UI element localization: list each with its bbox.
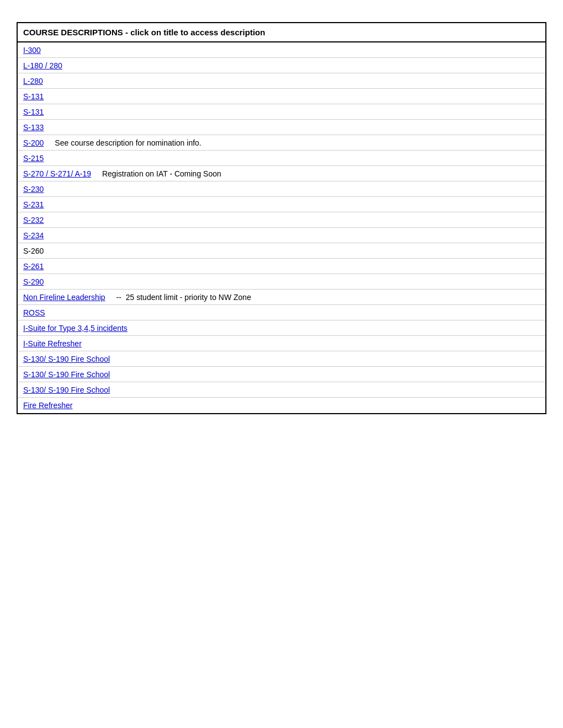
table-row: L-280 <box>18 73 545 89</box>
course-link-18[interactable]: ROSS <box>23 308 45 317</box>
course-link-24[interactable]: Fire Refresher <box>23 401 72 410</box>
course-link-17[interactable]: Non Fireline Leadership <box>23 293 105 302</box>
course-link-6[interactable]: S-133 <box>23 123 44 132</box>
table-row: I-300 <box>18 42 545 58</box>
course-link-2[interactable]: L-180 / 280 <box>23 61 62 70</box>
table-row: S-290 <box>18 274 545 290</box>
table-row: S-215 <box>18 151 545 166</box>
table-row: S-131 <box>18 89 545 104</box>
course-link-16[interactable]: S-290 <box>23 277 44 286</box>
course-link-20[interactable]: I-Suite Refresher <box>23 339 82 348</box>
table-row: S-130/ S-190 Fire School <box>18 367 545 382</box>
table-row: S-232 <box>18 212 545 228</box>
course-link-10[interactable]: S-230 <box>23 185 44 194</box>
table-row: S-230 <box>18 181 545 197</box>
course-link-12[interactable]: S-232 <box>23 216 44 224</box>
course-link-9[interactable]: S-270 / S-271/ A-19 <box>23 169 91 178</box>
table-row: S-131 <box>18 104 545 120</box>
course-rows-container: I-300L-180 / 280L-280S-131S-131S-133S-20… <box>18 42 545 413</box>
table-row: L-180 / 280 <box>18 58 545 73</box>
table-row: ROSS <box>18 305 545 320</box>
course-link-21[interactable]: S-130/ S-190 Fire School <box>23 355 110 363</box>
table-row: S-231 <box>18 197 545 212</box>
course-link-22[interactable]: S-130/ S-190 Fire School <box>23 370 110 379</box>
course-note-7: See course description for nomination in… <box>55 138 201 147</box>
course-link-5[interactable]: S-131 <box>23 108 44 116</box>
course-note-9: Registration on IAT - Coming Soon <box>102 169 221 178</box>
course-link-11[interactable]: S-231 <box>23 200 44 209</box>
table-row: I-Suite for Type 3,4,5 incidents <box>18 320 545 336</box>
table-row: I-Suite Refresher <box>18 336 545 351</box>
table-row: Fire Refresher <box>18 398 545 413</box>
table-row: S-200See course description for nominati… <box>18 135 545 151</box>
table-row: S-261 <box>18 259 545 274</box>
course-link-15[interactable]: S-261 <box>23 262 44 271</box>
table-row: S-130/ S-190 Fire School <box>18 351 545 367</box>
table-row: S-260 <box>18 243 545 259</box>
course-link-4[interactable]: S-131 <box>23 92 44 101</box>
table-row: S-270 / S-271/ A-19Registration on IAT -… <box>18 166 545 181</box>
table-row: S-133 <box>18 120 545 135</box>
course-link-1[interactable]: I-300 <box>23 46 41 55</box>
course-link-8[interactable]: S-215 <box>23 154 44 163</box>
course-note-17: -- 25 student limit - priority to NW Zon… <box>116 293 251 302</box>
course-link-23[interactable]: S-130/ S-190 Fire School <box>23 386 110 394</box>
table-header: COURSE DESCRIPTIONS - click on title to … <box>18 23 545 42</box>
course-link-7[interactable]: S-200 <box>23 138 44 147</box>
course-link-3[interactable]: L-280 <box>23 77 43 85</box>
course-label-14: S-260 <box>23 247 44 255</box>
table-row: Non Fireline Leadership-- 25 student lim… <box>18 290 545 305</box>
table-row: S-234 <box>18 228 545 243</box>
table-row: S-130/ S-190 Fire School <box>18 382 545 398</box>
course-link-13[interactable]: S-234 <box>23 231 44 240</box>
header-title: COURSE DESCRIPTIONS - click on title to … <box>23 28 265 37</box>
course-link-19[interactable]: I-Suite for Type 3,4,5 incidents <box>23 324 128 333</box>
course-descriptions-table: COURSE DESCRIPTIONS - click on title to … <box>17 22 546 414</box>
